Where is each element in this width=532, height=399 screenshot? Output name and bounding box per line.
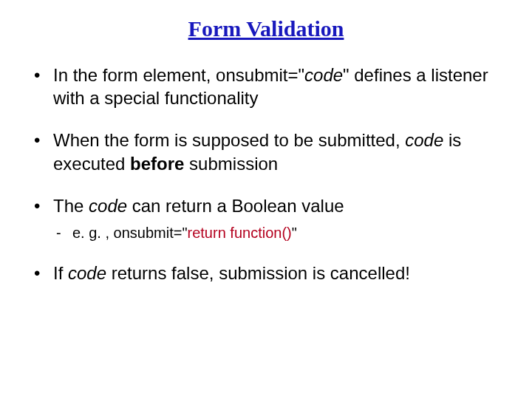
bold-word: before <box>130 154 184 174</box>
text: returns false, submission is cancelled! <box>106 263 410 283</box>
code-snippet: return function() <box>188 225 292 241</box>
text: When the form is supposed to be submitte… <box>53 130 405 150</box>
text: In the form element, onsubmit=" <box>53 65 304 85</box>
text: submission <box>184 154 278 174</box>
text: can return a Boolean value <box>127 196 344 216</box>
text: e. g. , onsubmit=" <box>72 225 188 241</box>
slide: Form Validation In the form element, ons… <box>0 0 532 399</box>
text: The <box>53 196 89 216</box>
bullet-item-3: The code can return a Boolean value e. g… <box>28 194 504 242</box>
text: " <box>292 225 297 241</box>
bullet-item-4: If code returns false, submission is can… <box>28 262 504 284</box>
bullet-item-1: In the form element, onsubmit="code" def… <box>28 64 504 109</box>
code-word: code <box>68 263 106 283</box>
bullet-list: In the form element, onsubmit="code" def… <box>28 64 504 284</box>
text: If <box>53 263 68 283</box>
sub-bullet-item: e. g. , onsubmit="return function()" <box>53 223 504 242</box>
code-word: code <box>89 196 127 216</box>
sub-bullet-list: e. g. , onsubmit="return function()" <box>53 223 504 242</box>
slide-title: Form Validation <box>28 16 504 41</box>
code-word: code <box>405 130 443 150</box>
bullet-item-2: When the form is supposed to be submitte… <box>28 129 504 174</box>
code-word: code <box>304 65 343 85</box>
